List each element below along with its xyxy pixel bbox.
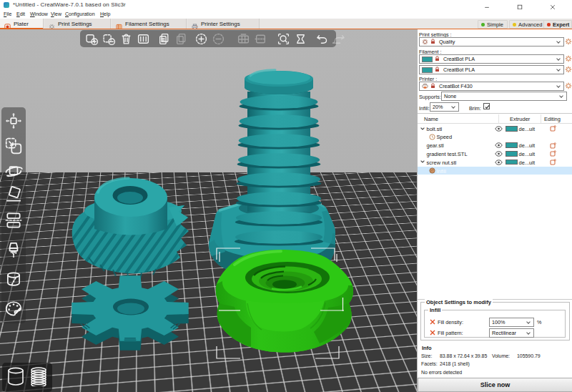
object-row-name[interactable]: bolt.stl <box>427 126 443 132</box>
model-gradient-test[interactable] <box>72 275 188 351</box>
model-bolt[interactable] <box>209 70 335 277</box>
mode-expert-button[interactable]: Expert <box>543 20 572 29</box>
object-row-name[interactable]: screw nut.stl <box>427 160 457 166</box>
seam-icon[interactable] <box>4 270 23 288</box>
extruder-value: de...ult <box>519 126 536 132</box>
maximize-button[interactable] <box>503 0 536 9</box>
filament-icon <box>116 20 122 26</box>
color-paint-icon[interactable] <box>4 300 23 318</box>
chevron-down-icon <box>559 94 563 98</box>
split-icon <box>235 32 252 46</box>
extruder-value: de...ult <box>519 142 536 149</box>
edit-icon[interactable] <box>550 150 556 157</box>
column-header: Extruder <box>510 116 530 122</box>
remove-setting-icon[interactable] <box>430 330 435 335</box>
combo-value: CreatBot F430 <box>439 83 555 89</box>
copy-icon[interactable] <box>155 32 172 46</box>
fill-density-combo[interactable]: 100% <box>489 318 534 327</box>
delete-icon[interactable] <box>117 32 134 46</box>
fill-pattern-combo[interactable]: Rectilinear <box>489 328 534 338</box>
arrange-icon[interactable] <box>134 32 152 46</box>
menu-window[interactable]: Window <box>30 11 48 16</box>
menu-edit[interactable]: Edit <box>16 11 25 16</box>
redo-icon <box>330 32 347 46</box>
minimize-button[interactable] <box>470 0 503 9</box>
remove-setting-icon[interactable] <box>430 319 435 325</box>
menu-view[interactable]: View <box>51 11 61 16</box>
filament-gear-button-1[interactable] <box>565 55 572 62</box>
combo-value: 20% <box>433 104 450 110</box>
eye-icon[interactable] <box>495 142 503 148</box>
collapse-icon[interactable] <box>420 127 425 130</box>
table-row[interactable]: gradient test.STLde...ult <box>418 150 572 158</box>
eye-icon[interactable] <box>495 151 503 157</box>
app-icon <box>4 2 9 8</box>
filament-combo-2[interactable]: CreatBot PLA <box>419 65 564 74</box>
more-icon[interactable] <box>192 32 209 46</box>
scale-icon[interactable] <box>4 137 23 155</box>
place-on-face-icon[interactable] <box>4 185 23 204</box>
supports-combo[interactable]: None <box>441 92 567 101</box>
undo-icon[interactable] <box>313 32 330 46</box>
add-icon[interactable] <box>83 32 100 46</box>
mode-simple-button[interactable]: Simple <box>478 20 508 29</box>
remove-icon[interactable] <box>100 32 117 46</box>
object-row-name[interactable]: Infill <box>437 168 446 175</box>
object-row-name[interactable]: Speed <box>437 134 453 140</box>
object-row-name[interactable]: gear.stl <box>427 142 444 149</box>
3d-scene[interactable] <box>0 29 417 392</box>
model-screw-nut[interactable] <box>216 250 353 353</box>
layers-view-icon[interactable] <box>29 366 48 389</box>
tab-plater[interactable]: Plater <box>0 19 44 29</box>
close-button[interactable] <box>536 0 569 9</box>
brim-checkbox[interactable] <box>483 103 490 109</box>
table-row[interactable]: Infill <box>418 167 572 175</box>
table-row[interactable]: gear.stlde...ult <box>418 141 572 150</box>
menu-configuration[interactable]: Configuration <box>65 11 95 16</box>
eye-icon[interactable] <box>495 126 503 132</box>
eye-icon[interactable] <box>495 160 503 165</box>
column-separator <box>541 114 541 123</box>
chevron-down-icon <box>556 67 561 72</box>
filament-combo-1[interactable]: CreatBot PLA <box>419 54 564 64</box>
settings-panel: Print settings : Quality Filament : Crea… <box>417 29 572 392</box>
menu-help[interactable]: Help <box>100 11 110 16</box>
filament-gear-button-2[interactable] <box>565 66 572 73</box>
left-toolbar <box>1 107 26 323</box>
printer-gear-button[interactable] <box>565 82 572 89</box>
object-row-name[interactable]: gradient test.STL <box>427 151 468 157</box>
print-settings-gear-button[interactable] <box>565 38 572 45</box>
move-icon[interactable] <box>4 112 23 130</box>
chevron-down-icon <box>526 330 531 335</box>
cut-icon[interactable] <box>4 211 23 230</box>
model-view-icon[interactable] <box>6 366 25 389</box>
layer-height-icon[interactable] <box>292 32 309 46</box>
rotate-icon[interactable] <box>4 162 23 180</box>
edit-icon[interactable] <box>550 159 556 165</box>
mode-advanced-button[interactable]: Advanced <box>509 20 545 29</box>
edit-icon[interactable] <box>550 142 556 149</box>
printer-combo[interactable]: CreatBot F430 <box>419 82 564 91</box>
viewport-3d[interactable] <box>0 29 417 392</box>
fill-pattern-label: Fill pattern: <box>438 330 463 336</box>
edit-icon[interactable] <box>550 125 556 132</box>
zoom-fit-icon[interactable] <box>275 32 292 46</box>
expert-dot-icon <box>547 23 551 26</box>
support-paint-icon[interactable] <box>4 240 23 259</box>
menu-bar: File Edit Window View Configuration Help <box>0 9 572 19</box>
table-row[interactable]: bolt.stlde...ult <box>418 124 572 133</box>
info-title: Info <box>422 345 432 351</box>
column-separator <box>498 114 499 123</box>
table-row[interactable]: Speed <box>418 133 572 142</box>
facets-label: Facets: <box>421 361 438 366</box>
slice-now-button[interactable]: Slice now <box>418 378 572 392</box>
supports-label: Supports: <box>419 94 441 100</box>
tab-printer-settings[interactable]: Printer Settings <box>187 19 260 29</box>
menu-file[interactable]: File <box>4 11 11 16</box>
tab-filament-settings[interactable]: Filament Settings <box>112 19 187 29</box>
tab-print-settings[interactable]: Print Settings <box>44 19 111 29</box>
collapse-icon[interactable] <box>420 160 425 163</box>
infill-combo[interactable]: 20% <box>430 102 459 112</box>
table-row[interactable]: screw nut.stlde...ult <box>418 158 572 167</box>
print-settings-combo[interactable]: Quality <box>419 37 564 46</box>
